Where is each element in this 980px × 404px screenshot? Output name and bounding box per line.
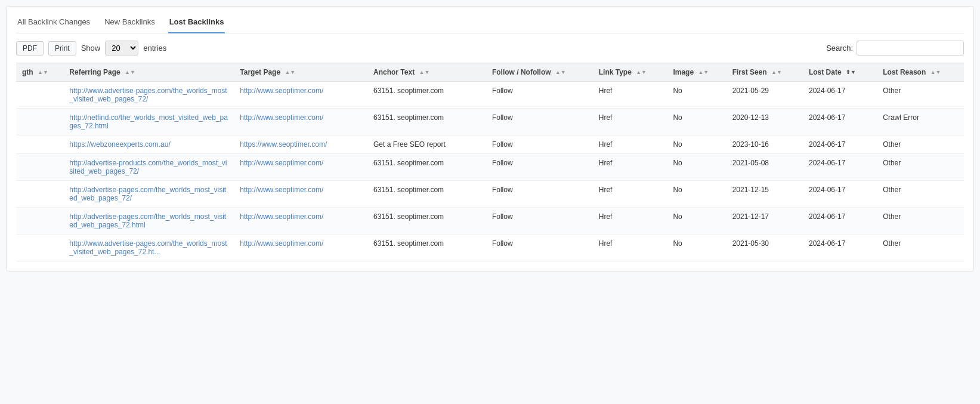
cell-image: No xyxy=(667,109,726,135)
sort-arrows-anchor: ▲▼ xyxy=(419,70,430,75)
link-target[interactable]: https://www.seoptimer.com/ xyxy=(240,140,327,149)
cell-follow: Follow xyxy=(486,135,593,154)
table-header-row: gth ▲▼ Referring Page ▲▼ Target Page ▲▼ … xyxy=(16,63,964,82)
col-header-linktype[interactable]: Link Type ▲▼ xyxy=(593,63,667,82)
tab-lost-backlinks[interactable]: Lost Backlinks xyxy=(168,13,225,33)
cell-referring[interactable]: http://www.advertise-pages.com/the_world… xyxy=(63,235,234,261)
print-button[interactable]: Print xyxy=(48,41,76,55)
cell-target[interactable]: https://www.seoptimer.com/ xyxy=(234,135,367,154)
table-row: http://www.advertise-pages.com/the_world… xyxy=(16,82,964,109)
link-target[interactable]: http://www.seoptimer.com/ xyxy=(240,159,323,167)
col-header-image[interactable]: Image ▲▼ xyxy=(667,63,726,82)
cell-lostreason: Other xyxy=(877,235,964,261)
cell-anchor: 63151. seoptimer.com xyxy=(367,109,486,135)
cell-firstseen: 2020-12-13 xyxy=(727,109,803,135)
tab-new-backlinks[interactable]: New Backlinks xyxy=(103,13,156,33)
cell-image: No xyxy=(667,208,726,235)
col-header-referring[interactable]: Referring Page ▲▼ xyxy=(63,63,234,82)
sort-arrows-strength: ▲▼ xyxy=(38,70,48,75)
link-target[interactable]: http://www.seoptimer.com/ xyxy=(240,87,323,95)
link-target[interactable]: http://www.seoptimer.com/ xyxy=(240,186,323,194)
cell-lostdate: 2024-06-17 xyxy=(803,154,877,181)
cell-firstseen: 2021-05-08 xyxy=(727,154,803,181)
col-header-strength[interactable]: gth ▲▼ xyxy=(16,63,63,82)
cell-lostdate: 2024-06-17 xyxy=(803,235,877,261)
cell-lostreason: Crawl Error xyxy=(877,109,964,135)
cell-referring[interactable]: http://www.advertise-pages.com/the_world… xyxy=(63,82,234,109)
col-header-lostdate[interactable]: Lost Date ⬆▼ xyxy=(803,63,877,82)
cell-image: No xyxy=(667,135,726,154)
cell-follow: Follow xyxy=(486,235,593,261)
cell-target[interactable]: http://www.seoptimer.com/ xyxy=(234,109,367,135)
cell-firstseen: 2023-10-16 xyxy=(727,135,803,154)
show-label: Show xyxy=(81,44,101,53)
cell-target[interactable]: http://www.seoptimer.com/ xyxy=(234,154,367,181)
col-header-follow[interactable]: Follow / Nofollow ▲▼ xyxy=(486,63,593,82)
cell-referring[interactable]: http://advertise-pages.com/the_worlds_mo… xyxy=(63,208,234,235)
link-referring[interactable]: https://webzoneexperts.com.au/ xyxy=(69,140,170,149)
link-target[interactable]: http://www.seoptimer.com/ xyxy=(240,239,323,248)
entries-text: entries xyxy=(143,44,166,53)
link-referring[interactable]: http://www.advertise-pages.com/the_world… xyxy=(69,239,227,256)
cell-strength xyxy=(16,109,63,135)
col-header-firstseen[interactable]: First Seen ▲▼ xyxy=(727,63,803,82)
link-referring[interactable]: http://advertise-pages.com/the_worlds_mo… xyxy=(69,212,226,229)
link-referring[interactable]: http://netfind.co/the_worlds_most_visite… xyxy=(69,113,228,130)
table-row: https://webzoneexperts.com.au/https://ww… xyxy=(16,135,964,154)
col-header-anchor[interactable]: Anchor Text ▲▼ xyxy=(367,63,486,82)
link-referring[interactable]: http://advertise-pages.com/the_worlds_mo… xyxy=(69,186,226,202)
sort-arrows-follow: ▲▼ xyxy=(555,70,566,75)
entries-select[interactable]: 10 20 50 100 xyxy=(105,41,138,55)
cell-target[interactable]: http://www.seoptimer.com/ xyxy=(234,208,367,235)
sort-arrows-linktype: ▲▼ xyxy=(636,70,647,75)
col-header-lostreason[interactable]: Lost Reason ▲▼ xyxy=(877,63,964,82)
toolbar: PDF Print Show 10 20 50 100 entries Sear… xyxy=(16,41,964,55)
cell-anchor: 63151. seoptimer.com xyxy=(367,235,486,261)
cell-target[interactable]: http://www.seoptimer.com/ xyxy=(234,235,367,261)
link-referring[interactable]: http://www.advertise-pages.com/the_world… xyxy=(69,87,227,103)
table-row: http://netfind.co/the_worlds_most_visite… xyxy=(16,109,964,135)
cell-strength xyxy=(16,82,63,109)
cell-follow: Follow xyxy=(486,109,593,135)
cell-linktype: Href xyxy=(593,235,667,261)
cell-lostreason: Other xyxy=(877,135,964,154)
table-row: http://advertise-products.com/the_worlds… xyxy=(16,154,964,181)
cell-lostreason: Other xyxy=(877,82,964,109)
link-target[interactable]: http://www.seoptimer.com/ xyxy=(240,113,323,122)
cell-referring[interactable]: http://advertise-pages.com/the_worlds_mo… xyxy=(63,181,234,208)
cell-referring[interactable]: http://advertise-products.com/the_worlds… xyxy=(63,154,234,181)
table-row: http://advertise-pages.com/the_worlds_mo… xyxy=(16,181,964,208)
table-row: http://www.advertise-pages.com/the_world… xyxy=(16,235,964,261)
cell-strength xyxy=(16,235,63,261)
cell-lostdate: 2024-06-17 xyxy=(803,82,877,109)
cell-image: No xyxy=(667,82,726,109)
search-input[interactable] xyxy=(857,41,964,55)
link-referring[interactable]: http://advertise-products.com/the_worlds… xyxy=(69,159,227,175)
cell-linktype: Href xyxy=(593,154,667,181)
search-label: Search: xyxy=(826,44,853,53)
link-target[interactable]: http://www.seoptimer.com/ xyxy=(240,212,323,221)
sort-arrows-image: ▲▼ xyxy=(698,70,709,75)
cell-firstseen: 2021-05-30 xyxy=(727,235,803,261)
cell-anchor: 63151. seoptimer.com xyxy=(367,208,486,235)
cell-firstseen: 2021-12-15 xyxy=(727,181,803,208)
cell-strength xyxy=(16,181,63,208)
cell-referring[interactable]: http://netfind.co/the_worlds_most_visite… xyxy=(63,109,234,135)
cell-target[interactable]: http://www.seoptimer.com/ xyxy=(234,82,367,109)
sort-arrows-firstseen: ▲▼ xyxy=(771,70,782,75)
cell-lostdate: 2024-06-17 xyxy=(803,208,877,235)
cell-target[interactable]: http://www.seoptimer.com/ xyxy=(234,181,367,208)
cell-referring[interactable]: https://webzoneexperts.com.au/ xyxy=(63,135,234,154)
cell-lostdate: 2024-06-17 xyxy=(803,181,877,208)
cell-linktype: Href xyxy=(593,181,667,208)
cell-strength xyxy=(16,208,63,235)
cell-anchor: 63151. seoptimer.com xyxy=(367,82,486,109)
sort-arrows-lostdate: ⬆▼ xyxy=(846,70,856,75)
pdf-button[interactable]: PDF xyxy=(16,41,44,55)
cell-linktype: Href xyxy=(593,135,667,154)
cell-anchor: 63151. seoptimer.com xyxy=(367,181,486,208)
col-header-target[interactable]: Target Page ▲▼ xyxy=(234,63,367,82)
sort-arrows-referring: ▲▼ xyxy=(125,70,135,75)
tab-all-backlink-changes[interactable]: All Backlink Changes xyxy=(16,13,91,33)
table-row: http://advertise-pages.com/the_worlds_mo… xyxy=(16,208,964,235)
